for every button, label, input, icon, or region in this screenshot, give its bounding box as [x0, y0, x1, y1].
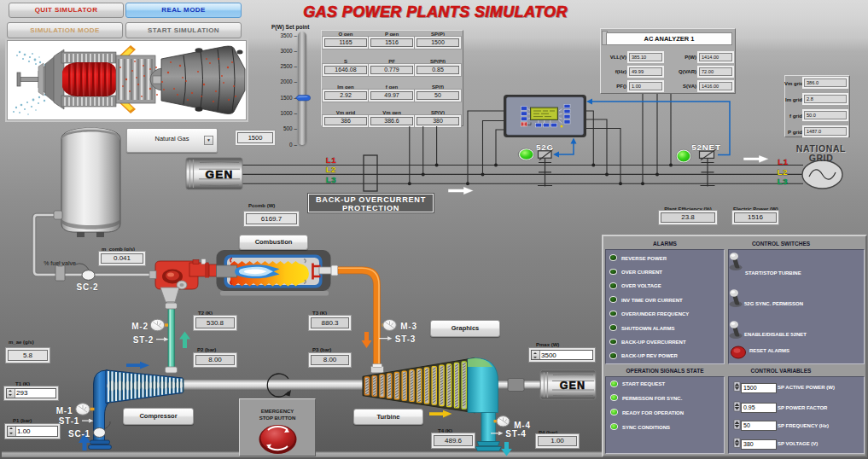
svg-text:L2: L2: [326, 165, 337, 174]
svg-text:L3: L3: [326, 175, 337, 184]
svg-text:L3: L3: [778, 177, 789, 186]
svg-text:M-3: M-3: [400, 322, 417, 331]
svg-text:ST-1: ST-1: [59, 416, 79, 426]
svg-text:L1: L1: [326, 155, 337, 165]
svg-text:52G: 52G: [536, 142, 554, 152]
svg-text:L2: L2: [778, 167, 789, 177]
svg-text:M-2: M-2: [131, 322, 149, 331]
svg-text:52NET: 52NET: [691, 142, 721, 152]
svg-text:% fuel valve: % fuel valve: [44, 260, 76, 266]
svg-text:M-1: M-1: [56, 406, 73, 415]
svg-text:ST-4: ST-4: [505, 429, 526, 439]
svg-text:L1: L1: [778, 157, 789, 166]
svg-text:SC-1: SC-1: [68, 429, 90, 439]
svg-text:ST-2: ST-2: [133, 335, 154, 345]
svg-text:ST-3: ST-3: [395, 334, 416, 344]
svg-text:SC-2: SC-2: [77, 282, 99, 292]
svg-text:GRID: GRID: [809, 153, 834, 163]
